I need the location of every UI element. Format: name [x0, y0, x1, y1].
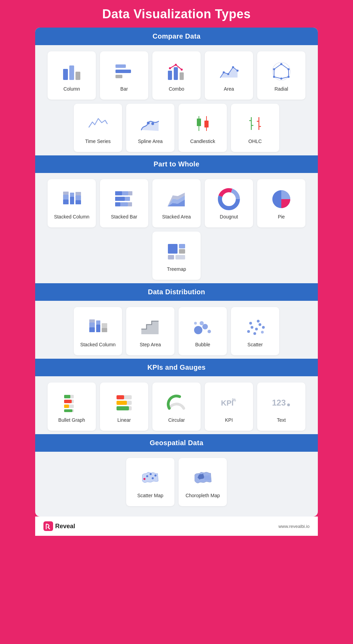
svg-marker-18: [274, 64, 289, 79]
svg-rect-4: [115, 70, 131, 73]
stacked-bar-ptw-icon: [112, 187, 136, 211]
svg-point-13: [223, 71, 225, 73]
step-area-icon: [138, 315, 162, 339]
chart-item-stacked-area-ptw[interactable]: Stacked Area: [152, 179, 201, 227]
svg-rect-1: [69, 65, 74, 80]
svg-point-9: [169, 67, 171, 69]
svg-point-14: [227, 73, 229, 75]
footer-logo-text: Reveal: [55, 523, 75, 530]
chart-item-spline-area[interactable]: Spline Area: [126, 104, 174, 152]
linear-icon: [112, 390, 136, 415]
svg-rect-45: [115, 191, 122, 195]
chart-item-time-series[interactable]: Time Series: [74, 104, 122, 152]
svg-rect-2: [75, 72, 80, 80]
chart-item-bullet-graph[interactable]: Bullet Graph: [48, 382, 96, 431]
chart-item-scatter-map[interactable]: Scatter Map: [126, 458, 174, 506]
chart-label-kpi: KPI: [225, 417, 233, 423]
main-card: Compare Data Column: [35, 28, 318, 517]
chart-label-stacked-column-dd: Stacked Column: [80, 342, 116, 347]
chart-label-spline-area: Spline Area: [138, 139, 163, 144]
svg-rect-50: [115, 202, 120, 206]
geospatial-grid: Scatter Map Choropleth Map: [35, 458, 318, 510]
data-distribution-grid: Stacked Column Step Area: [35, 307, 318, 359]
svg-point-82: [255, 328, 258, 330]
chart-item-scatter[interactable]: Scatter: [231, 307, 279, 355]
combo-icon: [164, 59, 189, 83]
chart-item-radial[interactable]: Radial: [257, 51, 305, 100]
pie-icon: [269, 187, 293, 211]
svg-point-25: [147, 122, 150, 124]
ohlc-icon: [243, 112, 267, 136]
svg-rect-95: [64, 409, 72, 412]
chart-item-treemap[interactable]: Treemap: [152, 232, 201, 280]
svg-point-87: [261, 331, 264, 334]
chart-item-bar[interactable]: Bar: [100, 51, 148, 100]
svg-rect-101: [117, 406, 129, 410]
svg-rect-62: [179, 244, 185, 248]
svg-rect-41: [70, 193, 74, 197]
svg-point-26: [151, 122, 154, 125]
scatter-map-icon: [138, 466, 162, 490]
svg-point-23: [273, 76, 275, 78]
chart-item-stacked-column-dd[interactable]: Stacked Column: [74, 307, 122, 355]
chart-item-ohlc[interactable]: OHLC: [231, 104, 279, 152]
chart-label-bubble: Bubble: [195, 342, 210, 347]
svg-rect-46: [122, 191, 128, 195]
svg-rect-71: [102, 328, 107, 332]
svg-rect-39: [63, 192, 69, 195]
chart-item-area[interactable]: Area: [205, 51, 253, 100]
svg-rect-3: [115, 64, 126, 68]
spline-area-icon: [138, 112, 162, 136]
chart-item-text[interactable]: 123 Text: [257, 382, 305, 431]
chart-label-stacked-bar-ptw: Stacked Bar: [111, 214, 137, 219]
chart-item-combo[interactable]: Combo: [152, 51, 201, 100]
chart-item-choropleth-map[interactable]: Choropleth Map: [179, 458, 227, 506]
chart-item-kpi[interactable]: KPI % KPI: [205, 382, 253, 431]
circular-icon: [164, 390, 189, 415]
section-data-distribution-header: Data Distribution: [35, 283, 318, 301]
chart-label-choropleth-map: Choropleth Map: [185, 493, 220, 498]
chart-item-stacked-bar-ptw[interactable]: Stacked Bar: [100, 179, 148, 227]
chart-item-dougnut[interactable]: Dougnut: [205, 179, 253, 227]
svg-point-79: [247, 330, 250, 333]
svg-rect-93: [64, 405, 69, 408]
footer-bar: Reveal www.revealbi.io: [35, 517, 318, 536]
chart-label-candlestick: Candlestick: [190, 139, 215, 144]
chart-label-text: Text: [277, 417, 286, 423]
chart-item-circular[interactable]: Circular: [152, 382, 201, 431]
bullet-graph-icon: [60, 390, 84, 415]
svg-point-21: [288, 76, 290, 78]
svg-rect-72: [102, 323, 107, 328]
chart-item-pie[interactable]: Pie: [257, 179, 305, 227]
chart-item-column[interactable]: Column: [48, 51, 96, 100]
svg-point-15: [232, 66, 234, 68]
chart-item-step-area[interactable]: Step Area: [126, 307, 174, 355]
svg-rect-38: [63, 195, 69, 200]
svg-point-22: [280, 78, 282, 80]
svg-point-85: [257, 320, 260, 323]
chart-label-ohlc: OHLC: [249, 139, 262, 144]
svg-rect-99: [117, 401, 127, 405]
svg-rect-63: [179, 249, 185, 254]
svg-rect-64: [168, 255, 174, 259]
svg-point-24: [273, 68, 275, 70]
svg-rect-52: [128, 202, 132, 206]
svg-text:%: %: [232, 397, 236, 402]
bubble-icon: [191, 315, 215, 339]
svg-rect-69: [96, 325, 100, 332]
section-kpis-gauges-header: KPIs and Gauges: [35, 359, 318, 376]
chart-item-candlestick[interactable]: Candlestick: [179, 104, 227, 152]
chart-label-bullet-graph: Bullet Graph: [58, 417, 85, 423]
chart-item-linear[interactable]: Linear: [100, 382, 148, 431]
svg-rect-28: [197, 119, 201, 126]
svg-rect-51: [120, 202, 128, 206]
svg-point-19: [280, 63, 282, 65]
page-wrapper: Data Visualization Types Compare Data Co…: [35, 7, 318, 644]
chart-item-stacked-column-ptw[interactable]: Stacked Column: [48, 179, 96, 227]
svg-rect-61: [168, 244, 178, 254]
stacked-column-dd-icon: [86, 315, 110, 339]
svg-rect-47: [128, 191, 132, 195]
chart-item-bubble[interactable]: Bubble: [179, 307, 227, 355]
page-title: Data Visualization Types: [102, 7, 251, 21]
svg-text:123: 123: [272, 398, 286, 407]
